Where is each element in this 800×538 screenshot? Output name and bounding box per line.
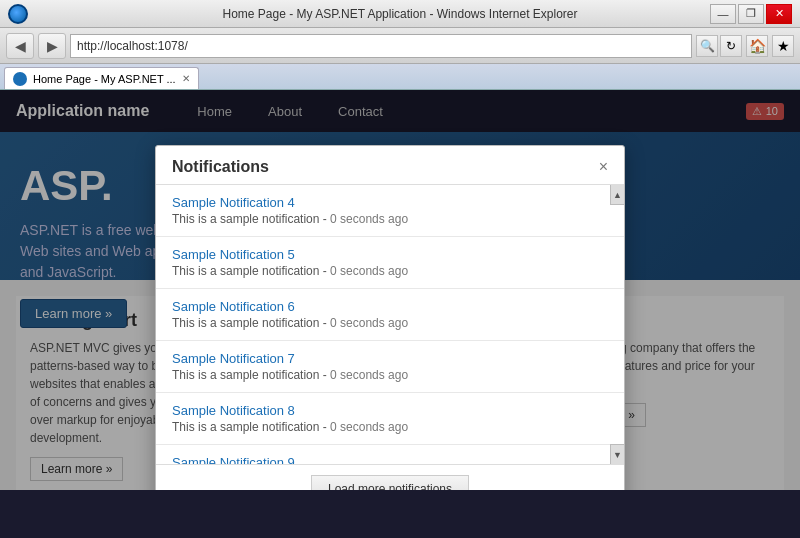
favorites-icon[interactable]: ★	[772, 35, 794, 57]
notification-item: Sample Notification 8 This is a sample n…	[156, 393, 624, 445]
notification-item: Sample Notification 7 This is a sample n…	[156, 341, 624, 393]
notification-title[interactable]: Sample Notification 7	[172, 351, 608, 366]
modal-footer: Load more notifications	[156, 464, 624, 490]
notification-desc: This is a sample notification - 0 second…	[172, 368, 608, 382]
notification-item: Sample Notification 4 This is a sample n…	[156, 185, 624, 237]
modal-header: Notifications ×	[156, 146, 624, 184]
modal-body[interactable]: Sample Notification 4 This is a sample n…	[156, 184, 624, 464]
notification-item: Sample Notification 5 This is a sample n…	[156, 237, 624, 289]
modal-close-button[interactable]: ×	[599, 159, 608, 175]
window-title: Home Page - My ASP.NET Application - Win…	[222, 7, 577, 21]
notification-time: 0 seconds ago	[330, 212, 408, 226]
notifications-modal: Notifications × Sample Notification 4 Th…	[155, 145, 625, 490]
notification-desc: This is a sample notification - 0 second…	[172, 212, 608, 226]
back-button[interactable]: ◀	[6, 33, 34, 59]
app-wrapper: Application name Home About Contact ⚠ 10…	[0, 90, 800, 490]
notification-title[interactable]: Sample Notification 5	[172, 247, 608, 262]
notification-title[interactable]: Sample Notification 8	[172, 403, 608, 418]
modal-title: Notifications	[172, 158, 269, 176]
notification-title[interactable]: Sample Notification 6	[172, 299, 608, 314]
refresh-icon[interactable]: ↻	[720, 35, 742, 57]
tab-favicon	[13, 72, 27, 86]
notification-time: 0 seconds ago	[330, 368, 408, 382]
restore-button[interactable]: ❐	[738, 4, 764, 24]
notification-title[interactable]: Sample Notification 4	[172, 195, 608, 210]
ie-logo	[8, 4, 28, 24]
notification-time: 0 seconds ago	[330, 264, 408, 278]
tab-title: Home Page - My ASP.NET ...	[33, 73, 176, 85]
notification-title[interactable]: Sample Notification 9	[172, 455, 608, 464]
forward-button[interactable]: ▶	[38, 33, 66, 59]
tab-bar: Home Page - My ASP.NET ... ✕	[0, 64, 800, 90]
notification-item: Sample Notification 9 This is a sample n…	[156, 445, 624, 464]
home-icon[interactable]: 🏠	[746, 35, 768, 57]
notification-desc: This is a sample notification - 0 second…	[172, 264, 608, 278]
notification-time: 0 seconds ago	[330, 420, 408, 434]
load-more-button[interactable]: Load more notifications	[311, 475, 469, 490]
window-controls: — ❐ ✕	[710, 4, 792, 24]
scroll-down-button[interactable]: ▼	[610, 444, 624, 464]
address-input[interactable]	[70, 34, 692, 58]
notification-desc: This is a sample notification - 0 second…	[172, 420, 608, 434]
notification-time: 0 seconds ago	[330, 316, 408, 330]
minimize-button[interactable]: —	[710, 4, 736, 24]
search-icon[interactable]: 🔍	[696, 35, 718, 57]
address-bar: ◀ ▶ 🔍 ↻ 🏠 ★	[0, 28, 800, 64]
close-button[interactable]: ✕	[766, 4, 792, 24]
notification-desc: This is a sample notification - 0 second…	[172, 316, 608, 330]
scroll-up-button[interactable]: ▲	[610, 185, 624, 205]
title-bar: Home Page - My ASP.NET Application - Win…	[0, 0, 800, 28]
browser-tab[interactable]: Home Page - My ASP.NET ... ✕	[4, 67, 199, 89]
tab-close-button[interactable]: ✕	[182, 73, 190, 84]
notification-item: Sample Notification 6 This is a sample n…	[156, 289, 624, 341]
